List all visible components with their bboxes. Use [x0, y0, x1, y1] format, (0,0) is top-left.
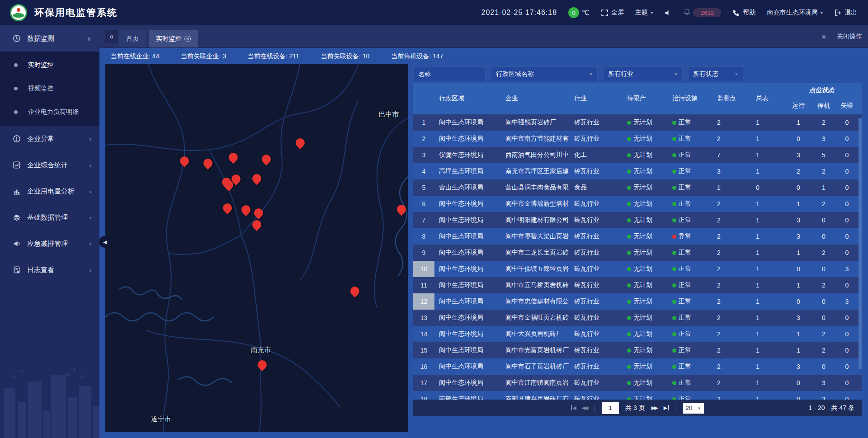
region-filter-select[interactable]: 行政区域名称 ∨	[491, 66, 598, 81]
map-panel[interactable]: 巴中市南充市遂宁市	[105, 64, 408, 432]
fullscreen-icon	[601, 9, 609, 17]
tab[interactable]: 首页	[119, 30, 146, 47]
status-dot	[672, 235, 676, 239]
cell-industry: 砖瓦行业	[572, 216, 614, 224]
tab-bar: « 首页 实时监控 ✕ » 关闭操作	[99, 25, 868, 48]
notification-button[interactable]: 2632	[683, 8, 721, 17]
cell-stop: 3	[812, 379, 835, 386]
table-row[interactable]: 7 阆中生态环境局 阆中明阳建材有限公司 砖瓦行业 无计划 正常 2 1 3 0…	[413, 212, 862, 228]
table-row[interactable]: 8 阆中生态环境局 阆中市枣碧大梁山页岩 砖瓦行业 无计划 异常 2 1 3 0…	[413, 228, 862, 245]
table-row[interactable]: 15 阆中生态环境局 阆中市光富页岩机砖厂 砖瓦行业 无计划 正常 2 1 1 …	[413, 342, 862, 358]
table-row[interactable]: 11 阆中生态环境局 阆中市五马桥页岩机砖 砖瓦行业 无计划 正常 2 1 1 …	[413, 277, 862, 293]
sidebar-group[interactable]: 应急减排管理 ‹	[0, 231, 99, 257]
sidebar-item[interactable]: 企业电力负荷明细	[0, 100, 99, 124]
table-row[interactable]: 2 阆中生态环境局 阆中市南方节能建材有 砖瓦行业 无计划 正常 2 1 0 3…	[413, 131, 862, 147]
cell-monitor-points: 3	[712, 168, 750, 175]
sidebar-item[interactable]: 实时监控	[0, 53, 99, 77]
status-dot	[627, 202, 631, 206]
status-filter-select[interactable]: 所有状态 ∨	[688, 66, 743, 81]
cell-run: 2	[785, 168, 812, 175]
row-index: 7	[413, 212, 434, 228]
cell-region: 阆中生态环境局	[434, 330, 504, 338]
cell-stop: 2	[812, 347, 835, 354]
page-number-input[interactable]	[602, 402, 619, 414]
tabs-scroll-right-button[interactable]: »	[822, 32, 826, 41]
sidebar-group-label: 应急减排管理	[27, 240, 90, 248]
tab[interactable]: 实时监控 ✕	[149, 30, 198, 47]
status-dot	[672, 381, 676, 385]
sidebar-group[interactable]: 日志查看 ‹	[0, 257, 99, 283]
sidebar-group[interactable]: 企业用电量分析 ‹	[0, 178, 99, 204]
status-dot	[627, 300, 631, 304]
alert-icon	[13, 135, 21, 143]
chevron-icon: ∨	[87, 35, 91, 42]
table-row[interactable]: 12 阆中生态环境局 阆中市忠信建材有限公 砖瓦行业 无计划 正常 2 1 0 …	[413, 293, 862, 310]
industry-filter-select[interactable]: 所有行业 ∨	[603, 66, 683, 81]
chevron-icon: ‹	[90, 267, 91, 273]
row-index: 18	[413, 391, 434, 400]
table-row[interactable]: 3 仪陇生态环境局 西南油气田分公司川中 化工 无计划 正常 7 1 3 5 0	[413, 147, 862, 163]
next-page-button[interactable]: ▶▶	[651, 405, 657, 411]
status-dot	[672, 316, 676, 320]
cell-limit-status: 无计划	[614, 297, 669, 306]
cell-monitor-points: 2	[712, 298, 750, 305]
cell-company: 阆中大兴页岩机砖厂	[504, 330, 572, 338]
fullscreen-button[interactable]: 全屏	[601, 9, 624, 17]
stat-label: 当前在线企业	[111, 52, 152, 60]
tabs-scroll-left-button[interactable]: «	[105, 30, 118, 43]
table-row[interactable]: 9 阆中生态环境局 阆中市二龙长宝页岩砖 砖瓦行业 无计划 正常 2 1 1 2…	[413, 245, 862, 261]
status-dot	[672, 332, 676, 336]
last-page-button[interactable]: ▶	[664, 405, 669, 411]
table-row[interactable]: 17 阆中生态环境局 阆中市江南镇阆南页岩 砖瓦行业 无计划 正常 2 1 0 …	[413, 375, 862, 391]
sidebar-group-label: 数据监测	[27, 34, 87, 43]
sidebar-collapse-button[interactable]: ◀	[99, 236, 111, 248]
col-limit: 停限产	[614, 94, 669, 103]
cell-total-meter: 1	[750, 249, 785, 256]
name-filter-input[interactable]	[413, 66, 486, 81]
cell-monitor-points: 2	[712, 249, 750, 256]
sidebar-item[interactable]: 视频监控	[0, 77, 99, 100]
close-operations-menu[interactable]: 关闭操作	[837, 33, 862, 41]
page-size-select[interactable]: 20 ∨	[683, 403, 704, 414]
scrollbar-thumb[interactable]	[859, 118, 862, 369]
table-row[interactable]: 4 高坪生态环境局 南充市高坪区王家店建 砖瓦行业 无计划 正常 3 1 2 2…	[413, 163, 862, 179]
table-row[interactable]: 16 阆中生态环境局 阆中市石子页岩机砖厂 砖瓦行业 无计划 正常 2 1 3 …	[413, 358, 862, 375]
first-page-button[interactable]: ◀	[571, 405, 575, 411]
help-button[interactable]: 帮助	[732, 9, 755, 17]
stat-item: 当前在线企业44	[111, 52, 159, 61]
table-row[interactable]: 5 营山生态环境局 营山县润丰肉食品有限 食品 无计划 正常 1 0 0 1 0	[413, 179, 862, 196]
table-row[interactable]: 6 阆中生态环境局 阆中市金博瑞新型墙材 砖瓦行业 无计划 正常 2 1 1 2…	[413, 196, 862, 212]
notification-count-badge: 2632	[693, 8, 721, 17]
cell-lost: 0	[835, 168, 859, 175]
mute-button[interactable]	[664, 9, 672, 17]
cell-run: 1	[785, 282, 812, 289]
stat-item: 当前失联企业3	[181, 52, 226, 61]
table-row[interactable]: 14 阆中生态环境局 阆中大兴页岩机砖厂 砖瓦行业 无计划 正常 2 1 1 2…	[413, 326, 862, 342]
sidebar-group[interactable]: 企业异常 ‹	[0, 126, 99, 152]
table-row[interactable]: 1 阆中生态环境局 阆中强锐页岩砖厂 砖瓦行业 无计划 正常 2 1 1 2 0	[413, 114, 862, 131]
cell-run: 3	[785, 233, 812, 240]
table-row[interactable]: 18 南部生态环境局 南部县建兴页岩砖厂有 砖瓦行业 无计划 正常 2 1 0 …	[413, 391, 862, 400]
logout-button[interactable]: 退出	[834, 9, 857, 17]
cell-monitor-points: 2	[712, 330, 750, 338]
table-scrollbar[interactable]	[859, 116, 862, 398]
cell-limit-status: 无计划	[614, 135, 669, 143]
cell-total-meter: 1	[750, 314, 785, 321]
row-index: 15	[413, 342, 434, 358]
sidebar-group-label: 企业用电量分析	[27, 187, 90, 196]
cell-stop: 1	[812, 184, 835, 191]
table-row[interactable]: 10 阆中生态环境局 阆中千佛镇五郎垭页岩 砖瓦行业 无计划 正常 2 1 0 …	[413, 261, 862, 277]
tab-close-icon[interactable]: ✕	[184, 36, 191, 42]
cell-industry: 砖瓦行业	[572, 232, 614, 240]
theme-menu[interactable]: 主题 ▾	[635, 9, 653, 17]
sidebar-group[interactable]: 企业综合统计 ‹	[0, 152, 99, 178]
prev-page-button[interactable]: ◀◀	[582, 405, 588, 411]
cell-facility-status: 正常	[669, 249, 712, 257]
table-row[interactable]: 13 阆中生态环境局 阆中市金福旺页岩机砖 砖瓦行业 无计划 正常 2 1 3 …	[413, 310, 862, 326]
sidebar-group[interactable]: 基础数据管理 ‹	[0, 204, 99, 231]
sidebar-group[interactable]: 数据监测 ∨	[0, 25, 99, 52]
cell-industry: 砖瓦行业	[572, 346, 614, 354]
org-menu[interactable]: 南充市生态环境局 ▾	[767, 9, 823, 17]
cell-limit-status: 无计划	[614, 314, 669, 322]
chevron-down-icon: ∨	[698, 405, 701, 410]
